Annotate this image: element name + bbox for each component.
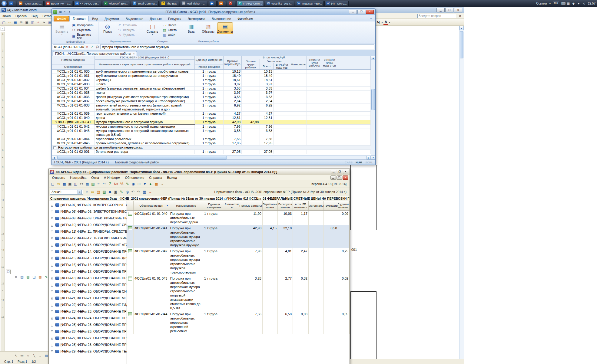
column-header[interactable]: Количество в — [225, 201, 239, 210]
sort-icon[interactable]: ▼ — [166, 204, 168, 207]
toolbar-icon[interactable]: ◉ — [131, 181, 136, 187]
taskbar-button[interactable]: T Total Comma... — [131, 1, 159, 6]
ribbon-tab[interactable]: Выполнение — [209, 16, 234, 21]
expand-icon[interactable]: + — [51, 224, 53, 227]
ribbon-tab[interactable]: Главная — [69, 16, 89, 21]
view-mode-icon[interactable]: ▤ — [19, 274, 25, 279]
table-row[interactable]: ФССЦпг01-01-01-044 скреплений рельсовых … — [52, 137, 371, 141]
expand-icon[interactable]: + — [51, 257, 53, 260]
formula-value-field[interactable]: мусора строительного с погрузкой вручную — [100, 44, 374, 49]
toolbar-icon[interactable]: ◆ — [107, 189, 113, 195]
table-row[interactable]: ФССЦпг01-01-01-030 труб металлических с … — [52, 70, 371, 74]
scroll-left-icon[interactable]: ◀ — [52, 156, 56, 159]
ribbon-tab[interactable]: Файл — [54, 16, 69, 21]
table-row[interactable]: ФССЦпг01-01-01-045 прочих материалов, де… — [52, 141, 371, 146]
tray-icon[interactable]: ▦ — [566, 2, 570, 5]
column-header[interactable]: Расход ресурсов — [195, 64, 223, 69]
drawing-tool-icon[interactable]: ○ — [25, 353, 31, 358]
taskbar-button[interactable]: ◉ Вести ФМ - с... — [45, 1, 73, 6]
tree-item[interactable]: + [ФЕРм-18] ФЕРм-18. ОБОРУДОВАНИЕ ПРЕДПР… — [49, 275, 127, 281]
tree-item[interactable]: + [ФЕРм-19] ФЕРм-19. ОБОРУДОВАНИЕ ПРЕДПР… — [49, 281, 127, 288]
table-row[interactable]: ФССЦпг01-01-01-043 мусора строительного … — [52, 129, 371, 137]
scroll-down-icon[interactable]: ▼ — [371, 155, 375, 159]
expand-icon[interactable]: + — [51, 290, 53, 293]
expand-icon[interactable]: + — [51, 310, 53, 313]
taskbar-button[interactable]: e — [8, 1, 16, 6]
tree-item[interactable]: + [ФЕРм-07] ФЕРм-07. КОМПРЕССОРНЫЕ УСТАН… — [49, 202, 127, 208]
rate-row[interactable]: ФССЦпг01-01-01-042 Погрузка при автомоби… — [127, 248, 350, 275]
create-button[interactable]: ▢ Создать ▾ — [144, 22, 160, 37]
chevron-down-icon[interactable]: ▾ — [78, 190, 82, 194]
expand-icon[interactable]: + — [51, 264, 53, 267]
links-chevron-icon[interactable]: » — [549, 2, 551, 5]
rate-row[interactable]: ФССЦпг01-01-01-044 Погрузка при автомоби… — [127, 311, 350, 334]
copy-button[interactable]: ▣Копировать — [71, 23, 97, 28]
tray-icon[interactable]: ⌨ — [561, 2, 565, 5]
toolbar-icon[interactable]: ↷ — [136, 189, 141, 195]
expand-icon[interactable]: + — [51, 330, 53, 333]
tree-item[interactable]: + [ФЕРм-16] ФЕРм-16. ОБОРУДОВАНИЕ ПРЕДПР… — [49, 261, 127, 268]
aros-close-button[interactable]: ✕ — [343, 170, 348, 174]
toolbar-icon[interactable]: ⌂ — [84, 189, 90, 195]
grand-restore-button[interactable]: ❐ — [357, 10, 365, 14]
word-toolbar-icon[interactable]: ▦ — [13, 20, 18, 25]
new-estimate-button[interactable]: ▤Смета — [161, 28, 177, 32]
column-header[interactable]: Прямые затраты,Руб. — [224, 56, 241, 69]
delete-button[interactable]: ✕Удалить — [117, 33, 138, 37]
tree-item[interactable]: + [ФЕРм-27] ФЕРм-27. ОБОРУДОВАНИЕ ПРЕДПР… — [49, 335, 127, 341]
toolbar-icon[interactable]: → — [148, 189, 153, 195]
toolbar-icon[interactable]: ◫ — [73, 181, 78, 187]
taskbar-button[interactable]: W vestnik1_2014... — [265, 1, 294, 6]
word-restore-button[interactable]: ❐ — [445, 8, 453, 12]
ribbon-tab[interactable]: Выделение — [123, 16, 146, 21]
scroll-right-icon[interactable]: ▶ — [366, 156, 371, 159]
word-close-button[interactable]: ✕ — [454, 8, 462, 12]
mdi-minimize-button[interactable]: ▁ — [330, 175, 336, 180]
new-file-button[interactable]: ▥Файл — [161, 33, 177, 37]
aros-menu-item[interactable]: Окна — [89, 176, 101, 179]
tree-item[interactable]: + [ФЕРм-23] ФЕРм-23. ОБОРУДОВАНИЕ ПРЕДПР… — [49, 308, 127, 315]
expand-icon[interactable]: + — [51, 244, 53, 247]
collapse-icon[interactable]: − — [53, 146, 56, 149]
tree-item[interactable]: + [ФЕРм-14] ФЕРм-14. ОБОРУДОВАНИЕ ПРОКАТ… — [49, 248, 127, 255]
group-row[interactable]: − Разгрузочные работы при автомобильных … — [52, 146, 371, 150]
ribbon-collapse-icon[interactable]: ^ — [370, 17, 373, 21]
table-row[interactable]: ФССЦпг01-01-01-042 мусора строительного … — [52, 125, 371, 129]
column-header[interactable]: Эксплуата машин — [278, 201, 293, 210]
tree-item[interactable]: + [ФЕРм-25] ФЕРм-25. ОБОРУДОВАНИЕ ПРЕДПР… — [49, 321, 127, 328]
taskbar-button[interactable]: W (4) - Micro... — [324, 1, 348, 6]
word-toolbar-icon[interactable]: ✉ — [18, 20, 24, 25]
tray-icon[interactable]: ◁ — [582, 2, 586, 5]
toolbar-icon[interactable]: ▣ — [113, 189, 118, 195]
rate-row[interactable]: ФССЦпг01-01-01-040 Погрузка при автомоби… — [127, 211, 350, 225]
column-header[interactable]: Материалы — [309, 201, 324, 210]
toolbar-icon[interactable]: ▥ — [101, 189, 107, 195]
column-header[interactable]: Трудозатр машинист — [338, 201, 350, 210]
column-header[interactable]: Оплата труда рабочих — [242, 59, 260, 69]
toolbar-icon[interactable]: ✎ — [125, 181, 130, 187]
documents-mode-button[interactable]: ▤ Документы — [217, 22, 233, 34]
word-minimize-button[interactable]: ▁ — [436, 8, 445, 12]
chevron-down-icon[interactable]: ▾ — [381, 21, 383, 24]
expand-icon[interactable]: + — [51, 284, 53, 287]
scroll-up-icon[interactable]: ▲ — [371, 56, 375, 60]
aros-minimize-button[interactable]: ▁ — [331, 170, 336, 174]
expand-icon[interactable]: + — [51, 231, 53, 233]
toolbar-icon[interactable]: % — [119, 181, 124, 187]
rate-row[interactable]: ФССЦпг01-01-01-041 Погрузка при автомоби… — [127, 225, 350, 248]
expand-icon[interactable]: + — [51, 251, 53, 253]
column-header[interactable]: Заработна плата — [263, 201, 278, 210]
expand-icon[interactable]: + — [51, 204, 53, 207]
underline-button[interactable]: Ч — [376, 20, 380, 25]
tree-item[interactable]: + [ФЕРм-10] ФЕРм-10. ОБОРУДОВАНИЕ СВЯЗИ — [49, 221, 127, 228]
links-toolbar[interactable]: Ссылки — [536, 2, 547, 5]
taskbar-button[interactable]: B The Bat! — [160, 1, 179, 6]
table-row[interactable]: ФССЦпг01-01-01-040 дерна 1 т груза 12,81… — [52, 116, 371, 120]
grand-minimize-button[interactable]: ▁ — [349, 10, 357, 14]
base-mode-button[interactable]: ▥ База — [183, 22, 199, 34]
table-row[interactable]: ФССЦпг01-01-01-034 щебня (выгрузка учиты… — [52, 87, 371, 91]
word-toolbar-icon[interactable]: ▭ — [7, 20, 12, 25]
toolbar-icon[interactable]: → — [159, 181, 165, 187]
aros-menu-item[interactable]: Открыть — [50, 176, 68, 179]
toolbar-icon[interactable]: ✎ — [119, 189, 124, 195]
